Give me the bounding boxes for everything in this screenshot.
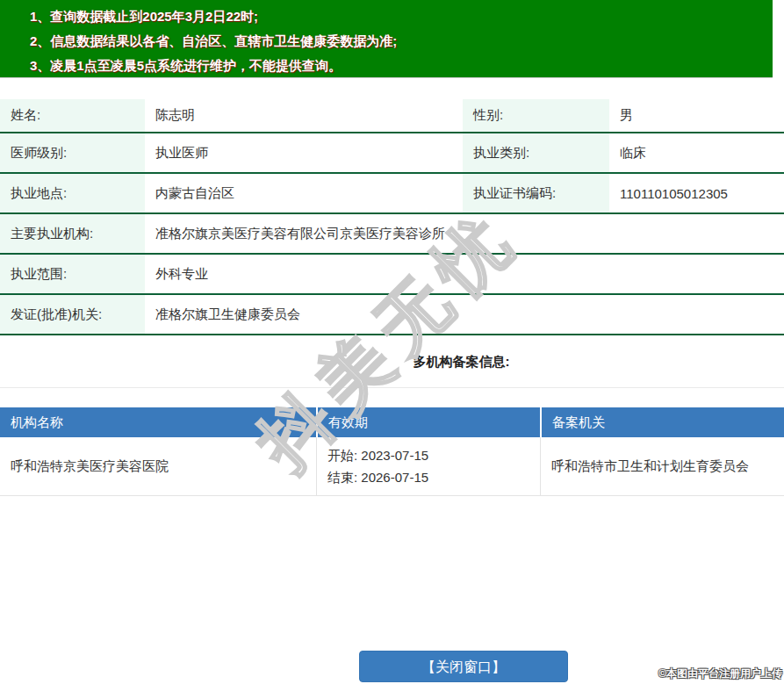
org-name-value: 呼和浩特京美医疗美容医院 [0, 437, 316, 495]
practice-scope-value: 外科专业 [145, 255, 784, 293]
notice-text: 1、查询数据截止到 [30, 9, 142, 24]
copyright-watermark: ©本图由平台注册用户上传 [658, 666, 782, 681]
notice-line-3: 3、凌晨1点至凌晨5点系统进行维护，不能提供查询。 [0, 54, 773, 78]
filing-table: 机构名称 有效期 备案机关 呼和浩特京美医疗美容医院 开始: 2023-07-1… [0, 407, 784, 496]
table-row: 执业地点: 内蒙古自治区 执业证书编码: 110110105012305 [0, 174, 784, 214]
table-row: 医师级别: 执业医师 执业类别: 临床 [0, 133, 784, 174]
main-institution-value: 准格尔旗京美医疗美容有限公司京美医疗美容诊所 [145, 214, 784, 253]
filing-table-row: 呼和浩特京美医疗美容医院 开始: 2023-07-15 结束: 2026-07-… [0, 437, 784, 496]
issuing-authority-label: 发证(批准)机关: [0, 295, 145, 334]
practice-category-label: 执业类别: [463, 133, 609, 172]
practice-location-value: 内蒙古自治区 [145, 174, 463, 212]
table-row: 发证(批准)机关: 准格尔旗卫生健康委员会 [0, 295, 784, 335]
multi-institution-section: 多机构备案信息: [0, 335, 784, 388]
notice-line-1: 1、查询数据截止到2025年3月2日22时; [0, 4, 773, 29]
close-window-button[interactable]: 【关闭窗口】 [359, 651, 568, 682]
practice-location-label: 执业地点: [0, 174, 145, 212]
certificate-number-label: 执业证书编码: [463, 174, 609, 212]
certificate-number-value: 110110105012305 [609, 174, 784, 212]
validity-header: 有效期 [316, 407, 540, 437]
notice-text: 3、 [30, 58, 50, 73]
practice-scope-label: 执业范围: [0, 255, 145, 293]
notice-bold-text: 凌晨1点至凌晨5点 [50, 58, 157, 73]
notice-text: 系统进行维护，不能提供查询。 [157, 58, 342, 73]
main-institution-label: 主要执业机构: [0, 214, 145, 253]
notice-line-2: 2、信息数据结果以各省、自治区、直辖市卫生健康委数据为准; [0, 29, 773, 54]
doctor-info-table: 姓名: 陈志明 性别: 男 医师级别: 执业医师 执业类别: 临床 执业地点: … [0, 99, 784, 335]
practice-category-value: 临床 [609, 133, 784, 172]
notice-banner: 1、查询数据截止到2025年3月2日22时; 2、信息数据结果以各省、自治区、直… [0, 0, 773, 78]
validity-end: 结束: 2026-07-15 [327, 466, 428, 488]
validity-value: 开始: 2023-07-15 结束: 2026-07-15 [316, 437, 540, 495]
section-title: 多机构备案信息: [414, 354, 510, 369]
issuing-authority-value: 准格尔旗卫生健康委员会 [145, 295, 784, 334]
validity-start: 开始: 2023-07-15 [327, 444, 428, 466]
gender-label: 性别: [463, 99, 609, 132]
doctor-level-value: 执业医师 [145, 133, 463, 172]
org-name-header: 机构名称 [0, 407, 316, 437]
name-value: 陈志明 [145, 99, 463, 132]
name-label: 姓名: [0, 99, 145, 132]
table-row: 姓名: 陈志明 性别: 男 [0, 99, 784, 133]
notice-bold-text: 2025年3月2日22时 [142, 9, 254, 24]
filing-table-header: 机构名称 有效期 备案机关 [0, 407, 784, 437]
table-row: 主要执业机构: 准格尔旗京美医疗美容有限公司京美医疗美容诊所 [0, 214, 784, 255]
notice-text: 2、信息数据结果以各省、自治区、直辖市卫生健康委数据为准; [30, 33, 397, 48]
filing-authority-header: 备案机关 [540, 407, 784, 437]
filing-authority-value: 呼和浩特市卫生和计划生育委员会 [540, 437, 784, 495]
gender-value: 男 [609, 99, 784, 132]
notice-text: ; [254, 9, 258, 24]
table-row: 执业范围: 外科专业 [0, 255, 784, 295]
doctor-level-label: 医师级别: [0, 133, 145, 172]
